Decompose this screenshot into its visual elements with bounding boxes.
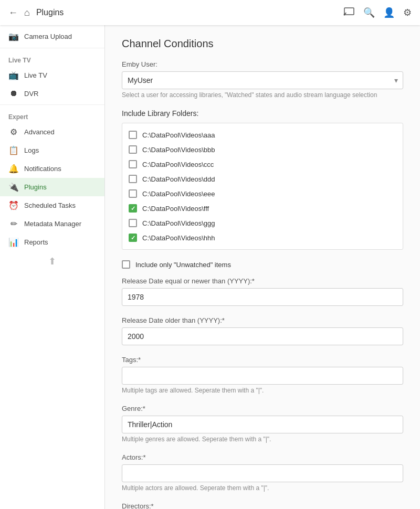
sidebar-item-metadata-manager[interactable]: ✏ Metadata Manager — [0, 215, 104, 233]
sidebar-item-logs[interactable]: 📋 Logs — [0, 141, 104, 160]
release-date-newer-input[interactable] — [122, 288, 403, 306]
user-icon[interactable]: 👤 — [383, 7, 395, 18]
folder-item-aaa: C:\DataPool\Videos\aaa — [122, 128, 403, 142]
sidebar-item-live-tv[interactable]: 📺 Live TV — [0, 66, 104, 84]
folder-item-ddd: C:\DataPool\Videos\ddd — [122, 172, 403, 186]
folder-path-ggg: C:\DataPool\Videos\ggg — [142, 219, 215, 227]
sidebar-item-notifications[interactable]: 🔔 Notifications — [0, 160, 104, 178]
logs-icon: 📋 — [8, 145, 19, 155]
sidebar-section-live-tv: Live TV — [0, 50, 104, 66]
sidebar-divider-1 — [0, 48, 104, 48]
folder-checkbox-aaa[interactable] — [129, 131, 137, 139]
sidebar: 📷 Camera Upload Live TV 📺 Live TV ⏺ DVR … — [0, 25, 105, 509]
sidebar-divider-2 — [0, 104, 104, 105]
directors-label: Directors:* — [122, 502, 403, 509]
emby-user-hint: Select a user for accessing libraries, "… — [122, 91, 403, 99]
directors-group: Directors:* Multiple directors are allow… — [122, 502, 403, 509]
plugins-icon: 🔌 — [8, 182, 19, 192]
folder-checkbox-ccc[interactable] — [129, 160, 137, 168]
folder-item-bbb: C:\DataPool\Videos\bbb — [122, 142, 403, 157]
folder-checkbox-ddd[interactable] — [129, 175, 137, 183]
folder-path-aaa: C:\DataPool\Videos\aaa — [142, 131, 215, 139]
content-title: Channel Conditions — [122, 38, 403, 50]
sidebar-item-scheduled-tasks[interactable]: ⏰ Scheduled Tasks — [0, 196, 104, 215]
sidebar-item-label: Camera Upload — [24, 33, 72, 40]
svg-point-1 — [344, 14, 345, 15]
dvr-icon: ⏺ — [8, 89, 19, 98]
back-button[interactable]: ← — [8, 7, 18, 18]
sidebar-item-camera-upload[interactable]: 📷 Camera Upload — [0, 27, 104, 46]
sidebar-item-label: Advanced — [24, 128, 55, 136]
library-folders-group: Include Library Folders: C:\DataPool\Vid… — [122, 109, 403, 250]
folder-path-hhh: C:\DataPool\Videos\hhh — [142, 234, 215, 242]
library-folders-label: Include Library Folders: — [122, 109, 403, 118]
scheduled-tasks-icon: ⏰ — [8, 200, 19, 210]
tags-hint: Multiple tags are allowed. Seperate them… — [122, 387, 403, 394]
sidebar-item-label: DVR — [24, 90, 38, 98]
svg-rect-0 — [344, 8, 354, 15]
sidebar-item-label: Logs — [24, 146, 39, 154]
topbar: ← ⌂ Plugins 🔍 👤 ⚙ — [0, 0, 420, 25]
main-layout: 📷 Camera Upload Live TV 📺 Live TV ⏺ DVR … — [0, 25, 420, 509]
unwatched-row: Include only "Unwatched" items — [122, 260, 403, 269]
release-date-older-input[interactable] — [122, 327, 403, 345]
folder-checkbox-fff[interactable] — [129, 204, 137, 213]
sidebar-scroll-indicator: ⬆ — [0, 251, 104, 271]
folder-path-eee: C:\DataPool\Videos\eee — [142, 190, 215, 198]
folder-path-ddd: C:\DataPool\Videos\ddd — [142, 175, 215, 183]
folder-checkbox-bbb[interactable] — [129, 145, 137, 154]
actors-input[interactable] — [122, 464, 403, 482]
release-date-newer-label: Release Date equal or newer than (YYYY):… — [122, 277, 403, 285]
folder-checkbox-eee[interactable] — [129, 189, 137, 198]
cast-icon[interactable] — [343, 7, 355, 19]
search-icon[interactable]: 🔍 — [363, 7, 375, 18]
notifications-icon: 🔔 — [8, 164, 19, 174]
page-title: Plugins — [36, 8, 64, 17]
folder-checkbox-hhh[interactable] — [129, 234, 137, 242]
unwatched-label: Include only "Unwatched" items — [135, 261, 231, 269]
folder-item-hhh: C:\DataPool\Videos\hhh — [122, 230, 403, 245]
emby-user-select-wrapper: MyUser ▾ — [122, 71, 403, 89]
actors-group: Actors:* Multiple actors are allowed. Se… — [122, 453, 403, 492]
sidebar-item-advanced[interactable]: ⚙ Advanced — [0, 123, 104, 141]
sidebar-item-reports[interactable]: 📊 Reports — [0, 233, 104, 251]
sidebar-item-label: Scheduled Tasks — [24, 202, 76, 209]
folder-checkbox-ggg[interactable] — [129, 219, 137, 227]
unwatched-checkbox[interactable] — [122, 260, 130, 269]
tags-label: Tags:* — [122, 356, 403, 364]
genre-group: Genre:* Multiple genres are allowed. Sep… — [122, 405, 403, 443]
topbar-left: ← ⌂ Plugins — [8, 7, 343, 18]
folder-path-ccc: C:\DataPool\Videos\ccc — [142, 161, 214, 168]
folder-item-fff: C:\DataPool\Videos\fff — [122, 201, 403, 216]
sidebar-item-label: Plugins — [24, 183, 47, 191]
genre-input[interactable] — [122, 416, 403, 433]
sidebar-item-label: Reports — [24, 238, 48, 246]
camera-upload-icon: 📷 — [8, 31, 19, 41]
sidebar-item-label: Live TV — [24, 71, 47, 79]
home-button[interactable]: ⌂ — [24, 7, 30, 18]
release-date-older-group: Release Date older than (YYYY):* — [122, 316, 403, 345]
emby-user-group: Emby User: MyUser ▾ Select a user for ac… — [122, 60, 403, 99]
sidebar-item-label: Notifications — [24, 165, 61, 173]
sidebar-item-dvr[interactable]: ⏺ DVR — [0, 84, 104, 102]
sidebar-section-expert: Expert — [0, 107, 104, 123]
content-area: Channel Conditions Emby User: MyUser ▾ S… — [105, 25, 420, 509]
actors-hint: Multiple actors are allowed. Seperate th… — [122, 484, 403, 492]
settings-icon[interactable]: ⚙ — [403, 7, 412, 18]
release-date-newer-group: Release Date equal or newer than (YYYY):… — [122, 277, 403, 306]
folder-path-fff: C:\DataPool\Videos\fff — [142, 205, 209, 213]
tags-input[interactable] — [122, 367, 403, 385]
sidebar-item-plugins[interactable]: 🔌 Plugins — [0, 178, 104, 196]
sidebar-item-label: Metadata Manager — [24, 220, 81, 228]
metadata-manager-icon: ✏ — [8, 219, 19, 229]
folder-item-ccc: C:\DataPool\Videos\ccc — [122, 157, 403, 172]
folder-item-eee: C:\DataPool\Videos\eee — [122, 186, 403, 201]
reports-icon: 📊 — [8, 237, 19, 247]
emby-user-select[interactable]: MyUser — [122, 71, 403, 89]
genre-label: Genre:* — [122, 405, 403, 412]
folder-item-ggg: C:\DataPool\Videos\ggg — [122, 216, 403, 230]
genre-hint: Multiple genres are allowed. Seperate th… — [122, 436, 403, 443]
actors-label: Actors:* — [122, 453, 403, 461]
tags-group: Tags:* Multiple tags are allowed. Sepera… — [122, 356, 403, 394]
topbar-actions: 🔍 👤 ⚙ — [343, 7, 412, 19]
